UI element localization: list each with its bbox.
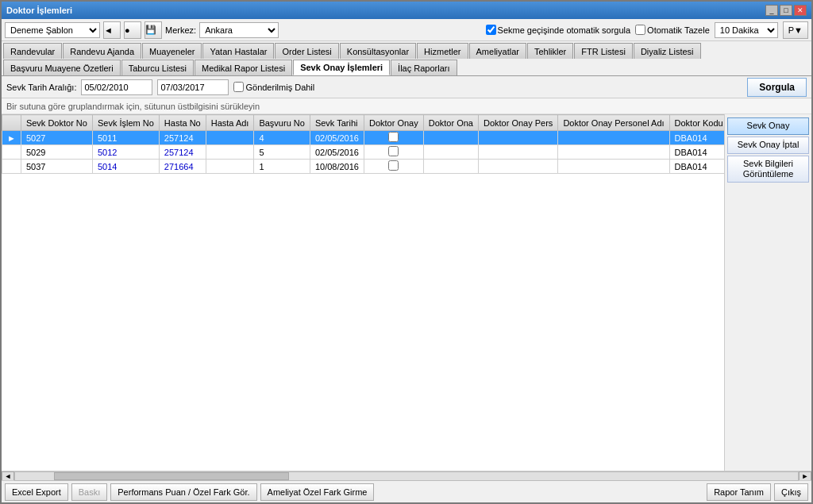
- auto-refresh-label[interactable]: Otomatik Tazele: [635, 25, 710, 35]
- tab-hizmetler[interactable]: Hizmetler: [417, 43, 468, 59]
- window-title: Doktor İşlemleri: [6, 6, 72, 15]
- auto-query-checkbox[interactable]: [486, 25, 496, 35]
- column-header-0[interactable]: Sevk Doktor No: [21, 115, 92, 131]
- column-header-7[interactable]: Doktor Ona: [423, 115, 478, 131]
- table-cell-7: [423, 160, 478, 174]
- column-header-3[interactable]: Hasta Adı: [206, 115, 254, 131]
- table-cell-6[interactable]: [364, 145, 423, 160]
- tab-sevk-onay-i̇şlemleri[interactable]: Sevk Onay İşlemleri: [293, 60, 390, 75]
- toolbar-btn-3[interactable]: 💾: [144, 21, 162, 39]
- tab-taburcu-listesi[interactable]: Taburcu Listesi: [121, 60, 194, 75]
- window-controls: _ □ ✕: [765, 5, 807, 16]
- center-label: Merkez:: [165, 25, 196, 35]
- excel-export-button[interactable]: Excel Export: [5, 483, 68, 501]
- sent-included-checkbox[interactable]: [233, 82, 244, 92]
- tab-diyaliz-listesi[interactable]: Diyaliz Listesi: [634, 43, 701, 59]
- toolbar-btn-1[interactable]: ◄: [103, 21, 121, 39]
- table-cell-0: 5027: [21, 131, 92, 145]
- template-select[interactable]: Deneme Şablon: [5, 22, 100, 38]
- horizontal-scrollbar[interactable]: [14, 471, 799, 481]
- tab-konsültasyonlar[interactable]: Konsültasyonlar: [340, 43, 416, 59]
- table-area[interactable]: Sevk Doktor NoSevk İşlem NoHasta NoHasta…: [2, 114, 724, 471]
- table-cell-3: [206, 131, 254, 145]
- scrollbar-area: ◄ ►: [2, 471, 811, 480]
- table-row[interactable]: ►50275011257124402/05/2016DBA014DiğerMut…: [2, 131, 725, 145]
- toolbar-btn-2[interactable]: ●: [124, 21, 141, 39]
- sevk-bilgileri-button[interactable]: Sevk Bilgileri Görüntüleme: [727, 156, 809, 183]
- table-cell-7: [423, 131, 478, 145]
- tab-ftr-listesi[interactable]: FTR Listesi: [574, 43, 633, 59]
- table-cell-6[interactable]: [364, 131, 423, 145]
- link-cell-2[interactable]: 257124: [164, 148, 194, 157]
- table-cell-9: [558, 131, 669, 145]
- column-header-1[interactable]: Sevk İşlem No: [92, 115, 159, 131]
- row-indicator: [2, 160, 21, 174]
- column-header-6[interactable]: Doktor Onay: [364, 115, 423, 131]
- table-cell-9: [558, 145, 669, 160]
- column-header-9[interactable]: Doktor Onay Personel Adı: [558, 115, 669, 131]
- date-to-input[interactable]: [157, 79, 229, 95]
- tab-order-listesi[interactable]: Order Listesi: [275, 43, 338, 59]
- tab-yatan-hastalar[interactable]: Yatan Hastalar: [202, 43, 274, 59]
- sevk-onay-iptal-button[interactable]: Sevk Onay İptal: [727, 137, 809, 154]
- table-cell-8: [478, 160, 557, 174]
- column-header-4[interactable]: Başvuru No: [254, 115, 310, 131]
- col-indicator: [2, 115, 21, 131]
- tab-başvuru-muayene-özetleri[interactable]: Başvuru Muayene Özetleri: [3, 60, 121, 75]
- doktor-onay-checkbox[interactable]: [388, 146, 399, 156]
- table-cell-1: 5011: [92, 131, 159, 145]
- print-button[interactable]: Baskı: [71, 483, 108, 501]
- statusbar: Excel Export Baskı Performans Puan / Öze…: [2, 480, 811, 502]
- table-cell-3: [206, 160, 254, 174]
- row-indicator: [2, 145, 21, 160]
- tab-tehlikler[interactable]: Tehlikler: [527, 43, 573, 59]
- column-header-10[interactable]: Doktor Kodu: [669, 115, 724, 131]
- link-cell-2[interactable]: 271664: [164, 162, 194, 171]
- close-button[interactable]: ✕: [794, 5, 807, 16]
- tab-medikal-rapor-listesi[interactable]: Medikal Rapor Listesi: [195, 60, 292, 75]
- date-from-input[interactable]: [81, 79, 152, 95]
- p-button[interactable]: P▼: [783, 21, 808, 39]
- scrollbar-thumb: [54, 472, 289, 480]
- tab-muayeneler[interactable]: Muayeneler: [142, 43, 202, 59]
- rapor-tanim-button[interactable]: Rapor Tanım: [707, 483, 771, 501]
- column-header-5[interactable]: Sevk Tarihi: [310, 115, 364, 131]
- tab-randevu-ajanda[interactable]: Randevu Ajanda: [63, 43, 141, 59]
- table-cell-6[interactable]: [364, 160, 423, 174]
- ameliyat-button[interactable]: Ameliyat Özel Fark Girme: [260, 483, 375, 501]
- maximize-button[interactable]: □: [780, 5, 792, 16]
- status-right: Rapor Tanım Çıkış: [707, 483, 808, 501]
- drag-hint: Bir sutuna göre gruplandırmak için, sütu…: [2, 98, 811, 114]
- tab-randevular[interactable]: Randevular: [3, 43, 62, 59]
- tab-ameliyatlar[interactable]: Ameliyatlar: [469, 43, 526, 59]
- interval-select[interactable]: 10 Dakika: [715, 22, 778, 38]
- table-cell-10: DBA014: [669, 131, 724, 145]
- table-row[interactable]: 50295012257124502/05/2016DBA014DiğerMuta…: [2, 145, 725, 160]
- center-select[interactable]: Ankara: [199, 22, 279, 38]
- column-header-8[interactable]: Doktor Onay Pers: [478, 115, 557, 131]
- auto-query-label[interactable]: Sekme geçişinde otomatik sorgula: [486, 25, 631, 35]
- table-cell-2: 257124: [159, 131, 206, 145]
- table-cell-4: 1: [254, 160, 310, 174]
- link-cell-2[interactable]: 257124: [164, 133, 194, 143]
- scroll-right-button[interactable]: ►: [799, 471, 811, 481]
- main-window: Doktor İşlemleri _ □ ✕ Deneme Şablon ◄ ●…: [0, 0, 813, 504]
- doktor-onay-checkbox[interactable]: [388, 132, 399, 142]
- link-cell-1[interactable]: 5014: [98, 162, 117, 171]
- scroll-left-button[interactable]: ◄: [2, 471, 14, 481]
- tab-i̇laç-raporları[interactable]: İlaç Raporları: [391, 60, 457, 75]
- column-header-2[interactable]: Hasta No: [159, 115, 206, 131]
- auto-refresh-checkbox[interactable]: [635, 25, 645, 35]
- performance-button[interactable]: Performans Puan / Özel Fark Gör.: [110, 483, 256, 501]
- sorgula-button[interactable]: Sorgula: [747, 78, 807, 97]
- table-cell-3: [206, 145, 254, 160]
- table-cell-4: 5: [254, 145, 310, 160]
- cikis-button[interactable]: Çıkış: [774, 483, 808, 501]
- table-row[interactable]: 50375014271664110/08/2016DBA014İlgili Bö…: [2, 160, 725, 174]
- sevk-onay-button[interactable]: Sevk Onay: [727, 117, 809, 135]
- sent-included-label[interactable]: Gönderilmiş Dahil: [233, 82, 314, 92]
- minimize-button[interactable]: _: [765, 5, 778, 16]
- doktor-onay-checkbox[interactable]: [388, 160, 399, 171]
- link-cell-1[interactable]: 5011: [98, 133, 117, 143]
- link-cell-1[interactable]: 5012: [98, 148, 117, 157]
